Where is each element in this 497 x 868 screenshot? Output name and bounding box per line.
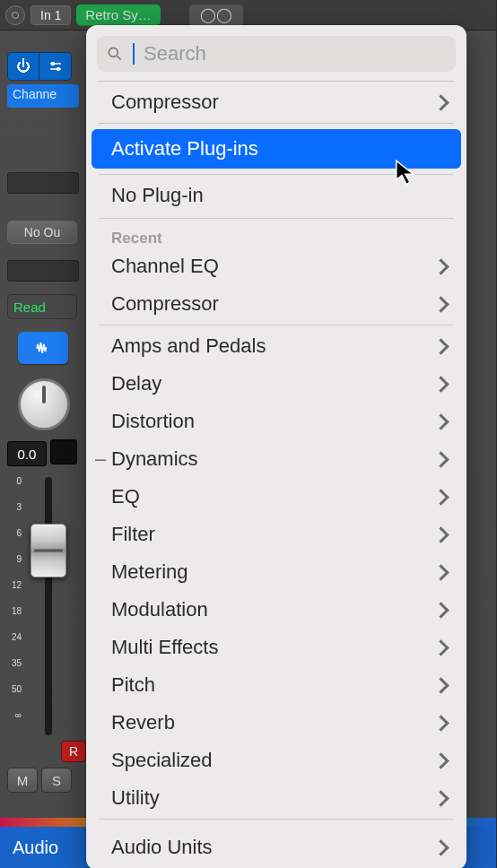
menu-item-category[interactable]: –Dynamics	[86, 440, 466, 478]
expand-marker-icon: –	[95, 447, 106, 471]
pan-value-readout: 0.0	[7, 441, 47, 466]
divider	[99, 325, 454, 326]
stereo-mode-button[interactable]: ◯◯	[189, 4, 243, 26]
plugin-editor-icon[interactable]	[39, 52, 72, 81]
power-icon[interactable]: ⏻	[7, 52, 39, 81]
divider	[99, 218, 454, 219]
svg-point-2	[109, 48, 118, 56]
menu-item-label: Activate Plug-ins	[111, 137, 450, 161]
track-type-icon[interactable]	[18, 332, 68, 364]
plugin-picker-popover: Compressor Activate Plug-ins No Plug-in …	[86, 25, 466, 868]
menu-item-label: Compressor	[111, 292, 435, 316]
group-slot[interactable]	[7, 260, 79, 282]
menu-item-label: Filter	[111, 523, 435, 546]
volume-fader-track[interactable]	[45, 477, 52, 735]
menu-item-category[interactable]: Delay	[86, 365, 466, 403]
mute-button[interactable]: M	[7, 768, 38, 793]
menu-item-category[interactable]: Specialized	[86, 742, 466, 779]
menu-item-category[interactable]: Amps and Pedals	[86, 327, 466, 365]
menu-item-label: Compressor	[111, 91, 435, 114]
menu-item-label: Metering	[111, 560, 435, 584]
menu-item-label: Amps and Pedals	[111, 334, 435, 358]
menu-item-label: Pitch	[111, 673, 435, 697]
menu-item-current-plugin[interactable]: Compressor	[86, 82, 466, 123]
peak-meter-readout	[50, 439, 77, 464]
menu-item-label: Audio Units	[111, 836, 435, 859]
track-name-label: Audio	[13, 838, 58, 858]
menu-item-label: Modulation	[111, 598, 435, 621]
menu-item-label: Utility	[111, 786, 435, 810]
eq-slot[interactable]: Channe	[7, 84, 79, 108]
search-icon	[106, 45, 124, 63]
menu-item-label: EQ	[111, 485, 435, 508]
menu-item-category[interactable]: Reverb	[86, 704, 466, 742]
menu-item-label: Specialized	[111, 749, 435, 772]
plugin-search-field[interactable]	[97, 36, 456, 72]
menu-item-audio-units[interactable]: Audio Units	[86, 827, 466, 868]
text-caret-icon	[133, 43, 135, 65]
menu-item-recent[interactable]: Compressor	[86, 285, 466, 323]
menu-item-no-plugin[interactable]: No Plug-in	[86, 175, 466, 216]
menu-item-category[interactable]: Multi Effects	[86, 629, 466, 666]
menu-item-category[interactable]: Filter	[86, 516, 466, 553]
menu-item-category[interactable]: Utility	[86, 779, 466, 817]
menu-item-category[interactable]: Metering	[86, 553, 466, 591]
menu-item-label: Dynamics	[111, 447, 435, 471]
pan-knob[interactable]	[18, 378, 70, 430]
menu-item-label: Multi Effects	[111, 636, 435, 659]
solo-button[interactable]: S	[41, 768, 72, 793]
automation-mode-button[interactable]: Read	[7, 294, 77, 319]
fader-scale: 03691218243550∞	[7, 477, 22, 737]
output-selector[interactable]: No Ou	[7, 221, 77, 244]
svg-point-0	[51, 63, 54, 65]
menu-item-label: Delay	[111, 372, 435, 395]
menu-item-label: Distortion	[111, 410, 435, 433]
menu-item-category[interactable]: Pitch	[86, 666, 466, 704]
plugin-search-wrap	[86, 25, 466, 81]
menu-item-category[interactable]: Modulation	[86, 591, 466, 629]
channel-options-icon[interactable]	[5, 5, 25, 25]
menu-item-category[interactable]: EQ	[86, 478, 466, 516]
record-enable-button[interactable]: R	[61, 741, 86, 762]
plugin-search-input[interactable]	[144, 42, 447, 65]
input-selector[interactable]: In 1	[31, 5, 71, 25]
send-slot[interactable]	[7, 172, 79, 194]
instrument-insert-slot[interactable]: Retro Sy…	[76, 4, 160, 26]
menu-item-category[interactable]: Distortion	[86, 403, 466, 440]
menu-item-activate-plugins[interactable]: Activate Plug-ins	[92, 129, 461, 169]
menu-item-label: Channel EQ	[111, 255, 435, 278]
divider	[99, 819, 454, 820]
menu-item-recent[interactable]: Channel EQ	[86, 247, 466, 285]
volume-fader-handle[interactable]	[31, 524, 66, 577]
menu-item-label: No Plug-in	[111, 184, 450, 207]
svg-point-1	[57, 68, 59, 71]
section-label-recent: Recent	[86, 221, 466, 247]
menu-item-label: Reverb	[111, 711, 435, 734]
